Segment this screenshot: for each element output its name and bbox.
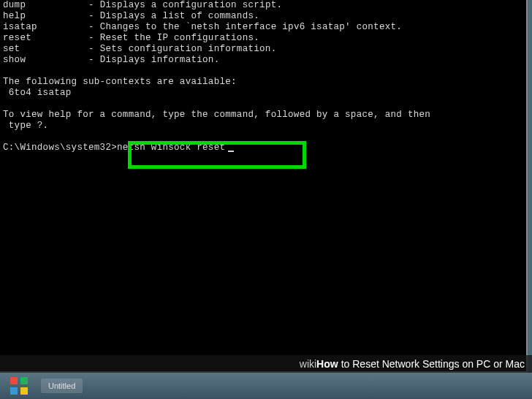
help-hint-line1: To view help for a command, type the com… bbox=[3, 110, 430, 120]
caption-wiki: wiki bbox=[300, 358, 316, 370]
help-row: isatap - Changes to the `netsh interface… bbox=[3, 22, 402, 32]
subcontext-list: 6to4 isatap bbox=[3, 88, 72, 98]
windows-taskbar[interactable]: Untitled bbox=[0, 373, 532, 399]
wikihow-caption: wikiHow to Reset Network Settings on PC … bbox=[0, 355, 532, 373]
help-row: reset - Reset the IP configurations. bbox=[3, 33, 259, 43]
taskbar-item-label: Untitled bbox=[48, 381, 75, 390]
cursor-icon bbox=[228, 151, 234, 152]
taskbar-app-item[interactable]: Untitled bbox=[41, 379, 83, 393]
command-prompt-window[interactable]: dump - Displays a configuration script. … bbox=[0, 0, 528, 373]
help-row: show - Displays information. bbox=[3, 55, 219, 65]
start-button[interactable] bbox=[3, 375, 35, 397]
help-row: help - Displays a list of commands. bbox=[3, 11, 259, 21]
typed-command: netsh winsock reset bbox=[117, 142, 225, 153]
terminal-output: dump - Displays a configuration script. … bbox=[3, 0, 523, 153]
caption-how: How bbox=[316, 358, 338, 370]
help-row: set - Sets configuration information. bbox=[3, 44, 276, 54]
caption-article: to Reset Network Settings on PC or Mac bbox=[341, 358, 525, 370]
prompt-path: C:\Windows\system32> bbox=[3, 142, 117, 153]
help-hint-line2: type ?. bbox=[3, 121, 48, 131]
prompt-line[interactable]: C:\Windows\system32>netsh winsock reset bbox=[3, 142, 234, 153]
subcontext-header: The following sub-contexts are available… bbox=[3, 77, 237, 87]
windows-logo-icon bbox=[10, 377, 28, 395]
help-row: dump - Displays a configuration script. bbox=[3, 0, 282, 10]
